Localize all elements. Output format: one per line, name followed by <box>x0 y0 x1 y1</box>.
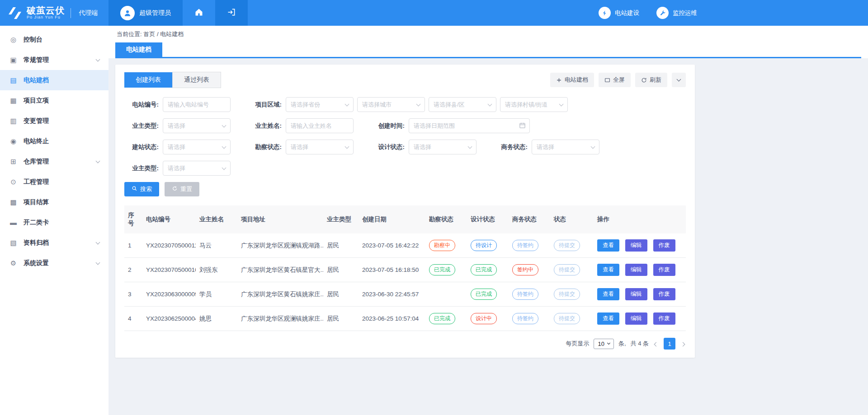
town-select[interactable]: 请选择村镇/街道 <box>500 97 568 112</box>
sidebar-item-card[interactable]: ▬ 开二类卡 <box>0 212 108 233</box>
page-number[interactable]: 1 <box>664 338 675 350</box>
sidebar-item-label: 项目结算 <box>24 198 49 206</box>
page-tab-station-archive[interactable]: 电站建档 <box>115 42 162 57</box>
design-status-label: 设计状态: <box>370 143 405 151</box>
survey-status-badge: 已完成 <box>429 313 455 324</box>
logo-icon <box>7 7 23 19</box>
pagination: 每页显示 10 条, 共 4 条 1 <box>124 338 686 350</box>
table-row: 1 YX2023070500011 马云 广东深圳龙华区观澜镇观湖路... 居民… <box>124 233 686 258</box>
per-page-select[interactable]: 10 <box>594 339 613 349</box>
business-status-label: 商务状态: <box>493 143 528 151</box>
agent-tag: 代理端 <box>79 9 98 17</box>
sidebar-item-general-management[interactable]: ▣ 常规管理 <box>0 50 108 70</box>
sidebar-item-label: 仓库管理 <box>24 158 49 166</box>
chevron-down-icon <box>96 260 100 265</box>
edit-button[interactable]: 编辑 <box>625 264 647 276</box>
view-button[interactable]: 查看 <box>597 264 619 276</box>
collapse-button[interactable] <box>672 73 686 87</box>
sidebar-item-engineering[interactable]: ⊙ 工程管理 <box>0 172 108 192</box>
sidebar-item-project-initiation[interactable]: ▦ 项目立项 <box>0 90 108 111</box>
province-select[interactable]: 请选择省份 <box>286 97 354 112</box>
business-status-select[interactable]: 请选择 <box>532 140 599 154</box>
void-button[interactable]: 作废 <box>653 288 675 300</box>
sidebar-item-data-archive[interactable]: ▧ 资料归档 <box>0 233 108 253</box>
search-button[interactable]: 搜索 <box>124 182 159 196</box>
per-page-value: 10 <box>598 340 604 347</box>
wrench-icon <box>656 7 669 19</box>
plus-icon <box>556 77 562 83</box>
station-code-input[interactable] <box>163 97 231 112</box>
city-select[interactable]: 请选择城市 <box>357 97 425 112</box>
owner-name-label: 业主姓名: <box>247 122 282 130</box>
col-header: 业主姓名 <box>196 205 237 233</box>
cell-owner: 姚思 <box>196 307 237 331</box>
cell-code: YX2023062500004 <box>142 307 196 331</box>
city-placeholder: 请选择城市 <box>362 101 392 109</box>
user-menu[interactable]: 超级管理员 <box>108 0 183 26</box>
void-button[interactable]: 作废 <box>653 312 675 325</box>
cell-index: 4 <box>124 307 142 331</box>
reset-button[interactable]: 重置 <box>165 182 199 196</box>
business-status-badge: 待签约 <box>512 313 538 324</box>
nav-monitor-ops[interactable]: 监控运维 <box>656 7 697 19</box>
district-select[interactable]: 请选择县/区 <box>429 97 496 112</box>
edit-button[interactable]: 编辑 <box>625 239 647 252</box>
status-badge: 待提交 <box>554 240 580 251</box>
design-status-badge: 待设计 <box>471 240 497 251</box>
logout-button[interactable] <box>215 0 248 26</box>
sidebar-item-label: 电站终止 <box>24 137 49 145</box>
sidebar-item-warehouse[interactable]: ⊞ 仓库管理 <box>0 151 108 172</box>
edit-button[interactable]: 编辑 <box>625 312 647 325</box>
content-card: 创建列表 通过列表 电站建档 全屏 刷新 <box>115 65 695 358</box>
sidebar-item-change-management[interactable]: ▥ 变更管理 <box>0 111 108 131</box>
date-range-input[interactable] <box>409 118 530 133</box>
cell-address: 广东深圳龙华区观澜镇观湖路... <box>237 233 323 258</box>
sidebar-item-label: 控制台 <box>24 36 42 44</box>
cell-code: YX2023063000009 <box>142 282 196 307</box>
sidebar-item-station-termination[interactable]: ◉ 电站终止 <box>0 131 108 151</box>
target-icon: ◉ <box>9 137 18 145</box>
sidebar-item-console[interactable]: ◎ 控制台 <box>0 29 108 50</box>
app-header: 破茧云伏 Po Jian Yun Fu 代理端 超级管理员 电站建设 <box>0 0 868 26</box>
col-header: 创建日期 <box>359 205 425 233</box>
owner-type2-select[interactable]: 请选择 <box>163 161 231 176</box>
fullscreen-button[interactable]: 全屏 <box>599 73 631 87</box>
home-button[interactable] <box>183 0 215 26</box>
sidebar-item-system-settings[interactable]: ⚙ 系统设置 <box>0 253 108 273</box>
sidebar-item-project-settlement[interactable]: ▩ 项目结算 <box>0 192 108 212</box>
prev-page-button[interactable] <box>653 340 659 347</box>
tab-create-list[interactable]: 创建列表 <box>124 72 172 88</box>
status-badge: 待提交 <box>554 289 580 300</box>
view-button[interactable]: 查看 <box>597 288 619 300</box>
design-status-select[interactable]: 请选择 <box>409 140 476 154</box>
divider <box>71 8 71 18</box>
file-icon: ▧ <box>9 239 18 247</box>
gear-icon: ⚙ <box>9 259 18 267</box>
nav-station-build[interactable]: 电站建设 <box>599 7 639 19</box>
table-row: 2 YX2023070500010 刘强东 广东深圳龙华区黄石镇星官大... 居… <box>124 258 686 282</box>
lightning-icon <box>599 7 611 19</box>
build-status-select[interactable]: 请选择 <box>163 140 231 154</box>
void-button[interactable]: 作废 <box>653 264 675 276</box>
next-page-button[interactable] <box>680 340 686 347</box>
breadcrumb-prefix: 当前位置: <box>117 31 142 37</box>
edit-button[interactable]: 编辑 <box>625 288 647 300</box>
survey-status-select[interactable]: 请选择 <box>286 140 354 154</box>
view-button[interactable]: 查看 <box>597 239 619 252</box>
tab-passed-list[interactable]: 通过列表 <box>172 72 221 88</box>
survey-status-badge: 已完成 <box>429 264 455 275</box>
create-station-button[interactable]: 电站建档 <box>550 73 594 87</box>
refresh-label: 刷新 <box>650 76 661 84</box>
void-button[interactable]: 作废 <box>653 239 675 252</box>
owner-type-select[interactable]: 请选择 <box>163 118 231 133</box>
cell-code: YX2023070500011 <box>142 233 196 258</box>
sidebar-item-station-archive[interactable]: ▤ 电站建档 <box>0 70 108 90</box>
per-page-unit: 条, <box>618 340 626 348</box>
breadcrumb-home[interactable]: 首页 <box>143 31 155 37</box>
design-status-badge: 已完成 <box>471 289 497 300</box>
col-header: 电站编号 <box>142 205 196 233</box>
owner-name-input[interactable] <box>286 118 354 133</box>
view-button[interactable]: 查看 <box>597 312 619 325</box>
logout-icon <box>227 8 236 18</box>
refresh-button[interactable]: 刷新 <box>635 73 667 87</box>
